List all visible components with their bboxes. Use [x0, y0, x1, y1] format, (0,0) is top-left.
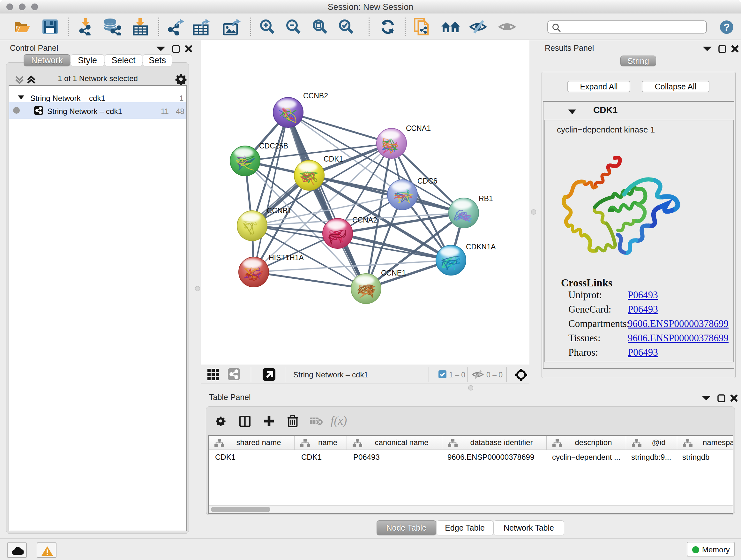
- svg-text:CDC25B: CDC25B: [259, 142, 288, 150]
- svg-text:CDK1: CDK1: [324, 155, 343, 163]
- svg-text:CDKN1A: CDKN1A: [466, 243, 496, 251]
- svg-text:CCNA1: CCNA1: [406, 124, 431, 132]
- svg-text:CDC6: CDC6: [417, 177, 437, 185]
- svg-text:CCNB2: CCNB2: [303, 91, 328, 100]
- svg-text:RB1: RB1: [479, 194, 493, 203]
- svg-text:CCNB1: CCNB1: [267, 206, 292, 215]
- svg-text:CCNE1: CCNE1: [381, 269, 406, 277]
- svg-text:?: ?: [724, 21, 730, 33]
- svg-text:HIST1H1A: HIST1H1A: [269, 253, 304, 262]
- svg-text:CCNA2: CCNA2: [352, 216, 377, 224]
